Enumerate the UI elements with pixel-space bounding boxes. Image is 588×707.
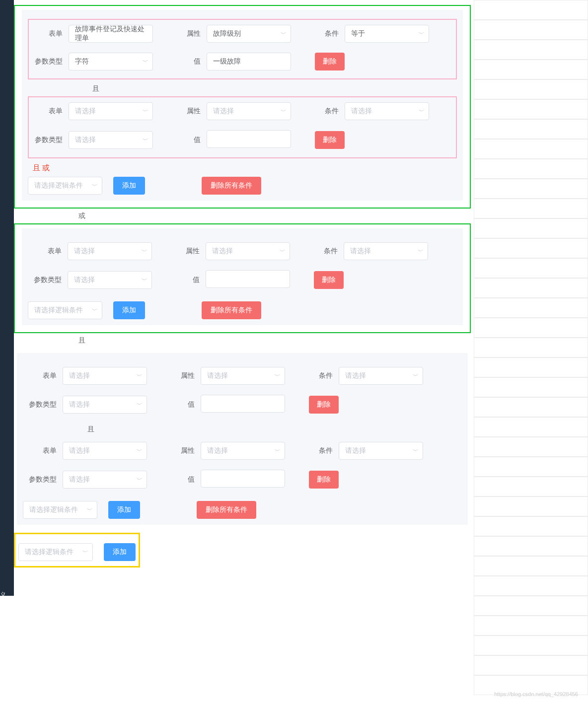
cond-select[interactable]: 请选择﹀ xyxy=(345,102,429,120)
attr-select[interactable]: 请选择﹀ xyxy=(201,442,285,460)
form-select[interactable]: 请选择﹀ xyxy=(63,442,147,460)
connector-label: 且 xyxy=(78,336,471,345)
global-add-footer: 请选择逻辑条件﹀添加 xyxy=(14,533,140,567)
form-select[interactable]: 请选择﹀ xyxy=(68,242,152,260)
chevron-down-icon: ﹀ xyxy=(143,58,148,66)
field-label: 表单 xyxy=(28,247,68,256)
field-label: 条件 xyxy=(299,446,339,455)
connector-label: 或 xyxy=(78,212,471,220)
chevron-down-icon: ﹀ xyxy=(143,107,148,116)
logic-select[interactable]: 请选择逻辑条件﹀ xyxy=(18,543,93,561)
cond-select[interactable]: 请选择﹀ xyxy=(339,367,423,385)
chevron-down-icon: ﹀ xyxy=(413,447,419,455)
chevron-down-icon: ﹀ xyxy=(137,447,143,455)
condition-subgroup: 表单故障事件登记及快速处理单属性故障级别﹀条件等于﹀参数类型字符﹀值一级故障删除 xyxy=(28,19,457,79)
value-input[interactable]: 一级故障 xyxy=(207,53,291,71)
chevron-down-icon: ﹀ xyxy=(92,306,98,315)
delete-all-button[interactable]: 删除所有条件 xyxy=(202,177,261,195)
condition-subgroup: 表单请选择﹀属性请选择﹀条件请选择﹀参数类型请选择﹀值删除 xyxy=(28,96,457,158)
chevron-down-icon: ﹀ xyxy=(418,247,424,256)
chevron-down-icon: ﹀ xyxy=(413,372,419,380)
ptype-select[interactable]: 请选择﹀ xyxy=(68,271,152,289)
field-label: 参数类型 xyxy=(23,475,63,484)
field-label: 属性 xyxy=(161,371,201,380)
attr-select[interactable]: 请选择﹀ xyxy=(207,102,291,120)
field-label: 参数类型 xyxy=(29,136,69,144)
add-button[interactable]: 添加 xyxy=(108,501,140,519)
field-label: 条件 xyxy=(305,29,345,38)
chevron-down-icon: ﹀ xyxy=(137,475,143,484)
field-label: 值 xyxy=(167,57,207,66)
condition-group: 表单请选择﹀属性请选择﹀条件请选择﹀参数类型请选择﹀值删除且表单请选择﹀属性请选… xyxy=(14,348,471,530)
field-label: 表单 xyxy=(29,107,69,116)
delete-button[interactable]: 删除 xyxy=(315,53,345,71)
field-label: 属性 xyxy=(167,107,207,116)
chevron-down-icon: ﹀ xyxy=(142,247,147,256)
value-input[interactable] xyxy=(201,395,285,413)
form-input[interactable]: 故障事件登记及快速处理单 xyxy=(69,25,153,43)
delete-button[interactable]: 删除 xyxy=(309,396,339,414)
field-label: 条件 xyxy=(299,371,339,380)
connector-label: 且 xyxy=(87,425,462,434)
field-label: 属性 xyxy=(167,29,207,38)
field-label: 参数类型 xyxy=(29,57,69,66)
field-label: 值 xyxy=(167,136,207,144)
add-button[interactable]: 添加 xyxy=(113,301,145,319)
condition-subgroup: 表单请选择﹀属性请选择﹀条件请选择﹀参数类型请选择﹀值删除 xyxy=(23,362,462,422)
condition-subgroup: 表单请选择﹀属性请选择﹀条件请选择﹀参数类型请选择﹀值删除 xyxy=(23,437,462,497)
field-label: 值 xyxy=(166,276,206,284)
chevron-down-icon: ﹀ xyxy=(143,136,148,144)
field-label: 值 xyxy=(161,400,201,409)
delete-all-button[interactable]: 删除所有条件 xyxy=(202,301,261,319)
field-label: 属性 xyxy=(166,247,206,256)
delete-all-button[interactable]: 删除所有条件 xyxy=(197,501,256,519)
attr-select[interactable]: 请选择﹀ xyxy=(201,367,285,385)
logic-select[interactable]: 请选择逻辑条件﹀ xyxy=(23,501,97,519)
logic-select[interactable]: 请选择逻辑条件﹀ xyxy=(28,301,102,319)
cond-select[interactable]: 请选择﹀ xyxy=(339,442,423,460)
delete-button[interactable]: 删除 xyxy=(309,471,339,489)
chevron-down-icon: ﹀ xyxy=(87,506,93,514)
chevron-down-icon: ﹀ xyxy=(275,372,281,380)
chevron-down-icon: ﹀ xyxy=(419,30,425,38)
field-label: 条件 xyxy=(304,247,344,256)
field-label: 表单 xyxy=(23,371,63,380)
ptype-select[interactable]: 字符﹀ xyxy=(69,53,153,71)
condition-subgroup: 表单请选择﹀属性请选择﹀条件请选择﹀参数类型请选择﹀值删除 xyxy=(28,237,457,297)
ptype-select[interactable]: 请选择﹀ xyxy=(69,131,153,149)
ptype-select[interactable]: 请选择﹀ xyxy=(63,396,147,414)
form-select[interactable]: 请选择﹀ xyxy=(63,367,147,385)
value-input[interactable] xyxy=(207,130,291,148)
cond-select[interactable]: 等于﹀ xyxy=(345,25,429,43)
field-label: 属性 xyxy=(161,446,201,455)
chevron-down-icon: ﹀ xyxy=(281,107,287,116)
add-button[interactable]: 添加 xyxy=(113,177,145,195)
field-label: 参数类型 xyxy=(28,276,68,284)
chevron-down-icon: ﹀ xyxy=(137,372,143,380)
attr-select[interactable]: 故障级别﹀ xyxy=(207,25,291,43)
form-select[interactable]: 请选择﹀ xyxy=(69,102,153,120)
value-input[interactable] xyxy=(206,270,290,288)
attr-select[interactable]: 请选择﹀ xyxy=(206,242,290,260)
field-label: 表单 xyxy=(29,29,69,38)
chevron-down-icon: ﹀ xyxy=(419,107,425,116)
chevron-down-icon: ﹀ xyxy=(280,247,286,256)
ptype-select[interactable]: 请选择﹀ xyxy=(63,471,147,489)
logic-select[interactable]: 请选择逻辑条件﹀ xyxy=(28,177,102,195)
chevron-down-icon: ﹀ xyxy=(281,30,287,38)
connector-label: 且 xyxy=(92,84,457,93)
condition-group: 表单请选择﹀属性请选择﹀条件请选择﹀参数类型请选择﹀值删除请选择逻辑条件﹀添加删… xyxy=(14,223,471,333)
delete-button[interactable]: 删除 xyxy=(315,131,345,149)
condition-group: 表单故障事件登记及快速处理单属性故障级别﹀条件等于﹀参数类型字符﹀值一级故障删除… xyxy=(14,5,471,209)
chevron-down-icon: ﹀ xyxy=(137,400,143,409)
field-label: 表单 xyxy=(23,446,63,455)
chevron-down-icon: ﹀ xyxy=(92,182,98,190)
chevron-down-icon: ﹀ xyxy=(142,276,147,284)
chevron-down-icon: ﹀ xyxy=(275,447,281,455)
value-input[interactable] xyxy=(201,470,285,488)
delete-button[interactable]: 删除 xyxy=(314,271,344,289)
add-button[interactable]: 添加 xyxy=(104,543,136,561)
cond-select[interactable]: 请选择﹀ xyxy=(344,242,428,260)
chevron-down-icon: ﹀ xyxy=(82,548,88,557)
field-label: 条件 xyxy=(305,107,345,116)
